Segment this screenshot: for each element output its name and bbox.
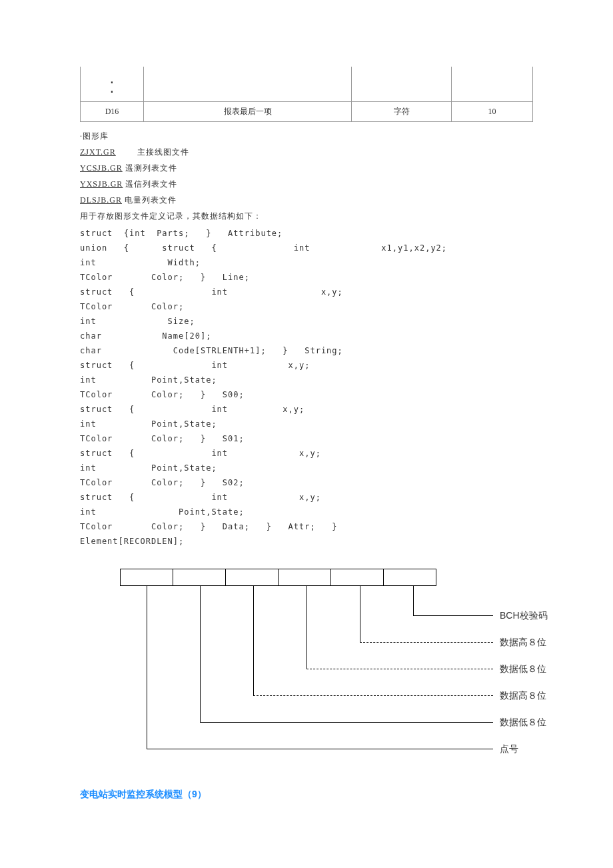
label-pointno: 点号	[500, 743, 518, 755]
label-low8-1: 数据低８位	[500, 663, 546, 675]
frame-box-6	[383, 569, 436, 586]
file-yxsjb-desc: 遥信列表文件	[125, 179, 177, 189]
label-low8-2: 数据低８位	[500, 717, 546, 729]
struct-desc: 用于存放图形文件定义记录，其数据结构如下：	[80, 209, 533, 223]
table-cell-c2: 报表最后一项	[144, 102, 352, 122]
frame-box-3	[225, 569, 279, 586]
table-row: D16 报表最后一项 字符 10	[81, 102, 533, 122]
data-table: . . D16 报表最后一项 字符 10	[80, 67, 533, 122]
label-high8-1: 数据高８位	[500, 637, 546, 649]
table-cell-c1: D16	[81, 102, 144, 122]
bullet-graphic-lib: ·图形库	[80, 129, 533, 143]
table-cell-c3: 字符	[352, 102, 451, 122]
frame-box-5	[330, 569, 384, 586]
table-cell-dots: . .	[86, 75, 138, 93]
file-dlsjb: DLSJB.GR	[80, 195, 122, 205]
file-yxsjb: YXSJB.GR	[80, 179, 123, 189]
table-cell-c4: 10	[451, 102, 532, 122]
code-struct: struct {int Parts; } Attribute; union { …	[80, 226, 533, 549]
frame-box-1	[120, 569, 173, 586]
file-zjxt-desc: 主接线图文件	[137, 147, 189, 157]
frame-box-4	[278, 569, 331, 586]
file-dlsjb-desc: 电量列表文件	[125, 195, 177, 205]
frame-box-2	[173, 569, 226, 586]
label-high8-2: 数据高８位	[500, 690, 546, 702]
file-zjxt: ZJXT.GR	[80, 147, 116, 157]
label-bch: BCH校验码	[500, 610, 548, 622]
body-text: ·图形库 ZJXT.GR 主接线图文件 YCSJB.GR 遥测列表文件 YXSJ…	[80, 129, 533, 549]
frame-diagram: BCH校验码 数据高８位 数据低８位 数据高８位 数据低８位 点号	[120, 569, 586, 769]
page-footer-title: 变电站实时监控系统模型（9）	[80, 789, 533, 801]
file-ycsjb-desc: 遥测列表文件	[125, 163, 177, 173]
file-ycsjb: YCSJB.GR	[80, 163, 123, 173]
